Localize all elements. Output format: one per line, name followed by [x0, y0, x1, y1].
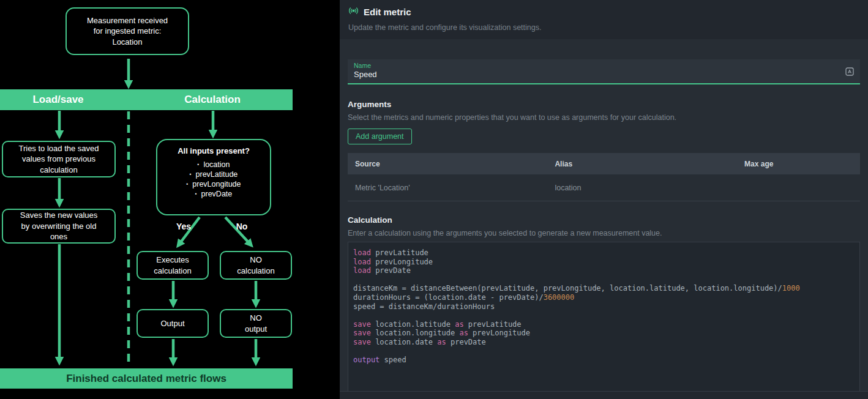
lane-banner: Load/save Calculation: [0, 89, 293, 110]
executes-calculation-node: Executes calculation: [137, 251, 209, 280]
bullet-icon: ▪: [190, 170, 192, 179]
no-label: No: [225, 222, 259, 231]
yes-label: Yes: [166, 222, 201, 231]
bullet-icon: ▪: [195, 189, 197, 199]
arguments-table: Source Alias Max age Metric 'Location' l…: [348, 153, 860, 201]
calculation-code-editor[interactable]: load prevLatitudeload prevLongitudeload …: [348, 242, 860, 391]
no-output-node: NO output: [220, 309, 292, 338]
panel-footer: [340, 391, 868, 399]
calculation-description: Enter a calculation using the arguments …: [348, 229, 860, 237]
arguments-heading: Arguments: [348, 100, 860, 109]
input-item-label: location: [203, 160, 230, 170]
argument-row[interactable]: Metric 'Location' location: [348, 174, 860, 201]
app-root: Measurement received for ingested metric…: [0, 0, 868, 399]
output-node: Output: [137, 309, 209, 338]
input-item: ▪ prevLongitude: [186, 179, 241, 189]
input-item-label: prevLatitude: [196, 170, 238, 179]
panel-title-row: Edit metric: [348, 6, 859, 18]
input-item-label: prevLongitude: [192, 179, 241, 189]
inputs-check-title: All inputs present?: [178, 146, 250, 157]
panel-subtitle: Update the metric and configure its visu…: [348, 23, 859, 32]
arguments-table-header: Source Alias Max age: [348, 153, 860, 174]
arguments-description: Select the metrics and numeric propertie…: [348, 113, 860, 122]
load-step-1-node: Tries to load the saved values from prev…: [2, 141, 116, 177]
input-item-label: prevDate: [201, 189, 233, 199]
lane-label-load-save: Load/save: [0, 89, 116, 110]
finished-banner: Finished calculated metric flows: [0, 368, 293, 389]
name-label: Name: [354, 62, 371, 69]
panel-title: Edit metric: [364, 7, 411, 17]
input-item: ▪ prevDate: [195, 189, 233, 199]
load-step-2-node: Saves the new values by overwriting the …: [2, 209, 116, 244]
calculation-section: Calculation Enter a calculation using th…: [348, 215, 860, 391]
add-argument-button[interactable]: Add argument: [348, 129, 412, 144]
column-header-source: Source: [348, 160, 547, 168]
arguments-section: Arguments Select the metrics and numeric…: [348, 100, 860, 201]
lane-label-calculation: Calculation: [154, 89, 271, 110]
name-field[interactable]: Name: [348, 59, 860, 84]
panel-header: Edit metric Update the metric and config…: [340, 0, 868, 39]
input-item: ▪ prevLatitude: [190, 170, 238, 179]
start-node: Measurement received for ingested metric…: [65, 7, 189, 55]
column-header-alias: Alias: [547, 160, 737, 168]
input-item: ▪ location: [198, 160, 230, 170]
input-adornment-icon[interactable]: [845, 67, 854, 76]
edit-metric-panel: Edit metric Update the metric and config…: [340, 0, 868, 399]
column-header-max-age: Max age: [737, 160, 860, 168]
calculation-heading: Calculation: [348, 215, 860, 225]
panel-body: Name Arguments Select the metrics and nu…: [340, 39, 868, 391]
broadcast-icon: [348, 6, 359, 18]
no-calculation-node: NO calculation: [220, 251, 292, 280]
name-input[interactable]: [354, 70, 839, 79]
argument-source: Metric 'Location': [348, 184, 547, 192]
bullet-icon: ▪: [186, 179, 188, 189]
argument-alias: location: [547, 184, 737, 192]
bullet-icon: ▪: [198, 160, 200, 170]
inputs-check-node: All inputs present? ▪ location ▪ prevLat…: [156, 139, 271, 215]
flowchart-pane: Measurement received for ingested metric…: [0, 0, 340, 399]
